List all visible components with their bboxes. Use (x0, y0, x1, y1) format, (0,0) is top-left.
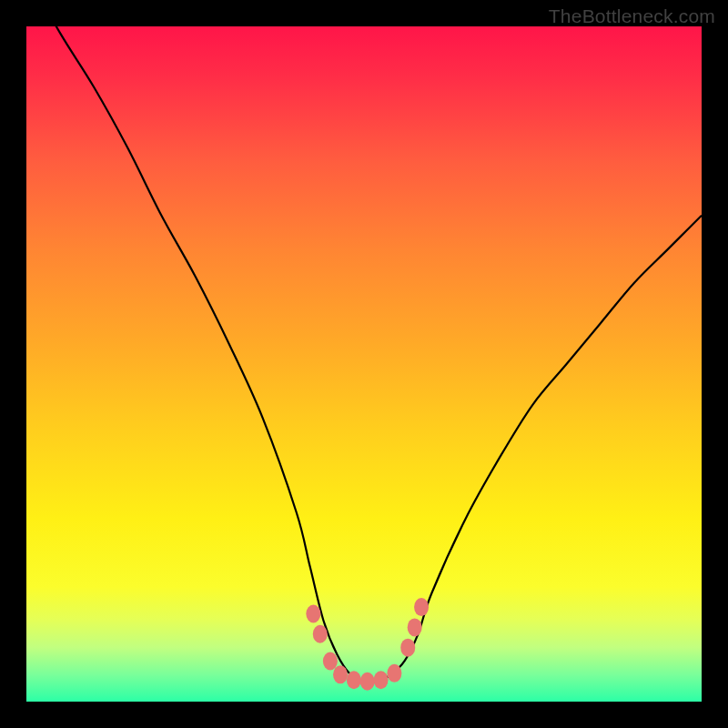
watermark-text: TheBottleneck.com (549, 5, 715, 27)
valley-marker (408, 618, 422, 636)
bottleneck-curve (26, 0, 702, 682)
valley-marker (360, 672, 375, 691)
chart-svg (26, 26, 702, 702)
valley-marker (414, 598, 429, 616)
valley-marker (374, 671, 389, 689)
valley-marker (333, 665, 348, 683)
plot-area (26, 26, 702, 702)
valley-marker (347, 671, 361, 689)
valley-marker (306, 605, 320, 623)
valley-marker (400, 639, 415, 657)
valley-marker (387, 664, 401, 682)
valley-marker (313, 625, 328, 643)
chart-frame: TheBottleneck.com (0, 0, 728, 728)
valley-marker (323, 652, 338, 670)
valley-markers (306, 598, 429, 691)
